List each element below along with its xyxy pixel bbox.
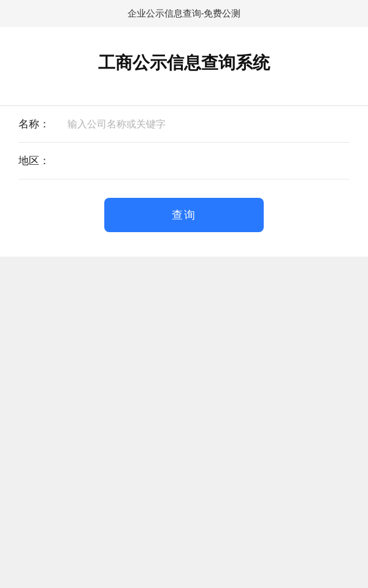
- region-input[interactable]: [61, 156, 350, 167]
- main-card: 工商公示信息查询系统 名称： 地区： 查询: [0, 27, 368, 257]
- query-button[interactable]: 查询: [104, 198, 264, 232]
- region-label: 地区：: [18, 154, 61, 168]
- status-bar-title: 企业公示信息查询-免费公测: [128, 8, 241, 20]
- name-field-row: 名称：: [18, 106, 350, 143]
- page-title: 工商公示信息查询系统: [18, 45, 350, 87]
- content-area: [0, 257, 368, 587]
- name-input[interactable]: [61, 119, 350, 130]
- query-btn-container: 查询: [18, 198, 350, 232]
- status-bar: 企业公示信息查询-免费公测: [0, 0, 368, 27]
- name-label: 名称：: [18, 117, 61, 131]
- region-field-row: 地区：: [18, 143, 350, 179]
